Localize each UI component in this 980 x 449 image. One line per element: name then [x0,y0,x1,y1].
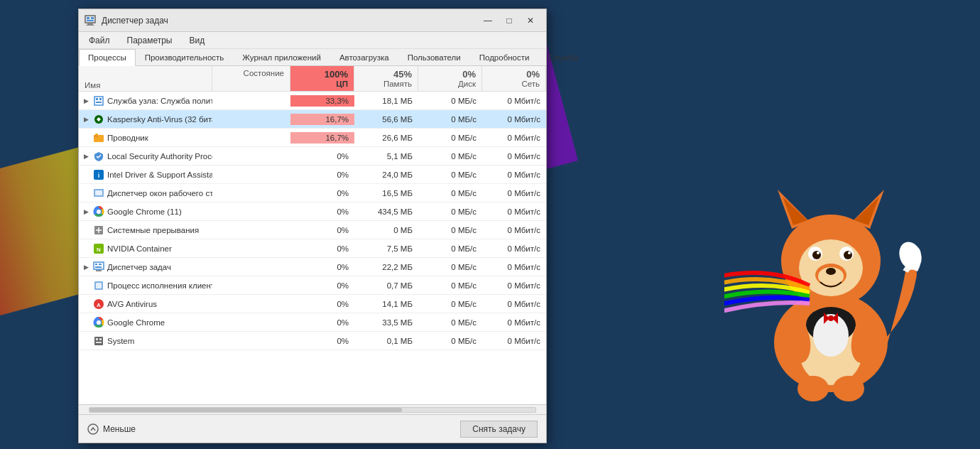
process-name: Процесс исполнения клиент-... [79,278,212,293]
process-disk: 0 МБ/с [418,132,482,144]
tab-details[interactable]: Подробности [470,49,539,66]
expand-icon [82,244,90,253]
table-header: Имя Состояние 100% ЦП 45% Память 0% Диск… [79,66,546,92]
expand-icon[interactable]: ▶ [82,115,90,124]
process-disk: 0 МБ/с [418,298,482,310]
table-row[interactable]: ▶ Служба узла: Служба политик... 33,3% 1… [79,92,546,110]
process-status [212,155,290,158]
tab-performance[interactable]: Производительность [136,49,234,66]
expand-icon[interactable]: ▶ [82,263,90,271]
table-row[interactable]: A AVG Antivirus 0% 14,1 МБ 0 МБ/с 0 Мбит… [79,295,546,313]
process-network: 0 Мбит/с [482,335,546,347]
tab-startup[interactable]: Автозагрузка [330,49,398,66]
expand-icon[interactable]: ▶ [82,152,90,161]
process-cpu: 0% [290,317,354,328]
expand-icon [82,300,90,308]
h-scrollbar[interactable] [79,404,546,414]
col-name[interactable]: Имя [79,66,212,91]
expand-icon[interactable]: ▶ [82,207,90,216]
col-disk[interactable]: 0% Диск [418,66,482,91]
process-memory: 22,2 МБ [354,261,418,273]
process-cpu: 16,7% [290,132,354,144]
expand-icon[interactable]: ▶ [82,97,90,105]
task-manager-window: Диспетчер задач — □ ✕ Файл Параметры Вид… [78,9,547,443]
menu-view[interactable]: Вид [185,34,209,47]
process-status [212,303,290,305]
tab-app-history[interactable]: Журнал приложений [233,49,330,66]
process-name: Проводник [79,131,212,145]
process-memory: 0,1 МБ [354,335,418,347]
svg-point-62 [97,320,101,325]
process-disk: 0 МБ/с [418,95,482,107]
process-network: 0 Мбит/с [482,188,546,199]
expand-icon [82,337,90,345]
process-disk: 0 МБ/с [418,243,482,254]
menu-file[interactable]: Файл [85,34,114,47]
table-row[interactable]: i Intel Driver & Support Assistant ... 0… [79,166,546,184]
table-row[interactable]: ▶ Local Security Authority Process... 0%… [79,147,546,166]
table-row[interactable]: ▶ Google Chrome (11) 0% 434,5 МБ 0 МБ/с … [79,202,546,221]
table-row[interactable]: Google Chrome 0% 33,5 МБ 0 МБ/с 0 Мбит/с [79,313,546,332]
process-disk: 0 МБ/с [418,188,482,199]
menu-options[interactable]: Параметры [123,34,177,47]
process-cpu: 0% [290,169,354,180]
process-status [212,173,290,176]
process-name: N NVIDIA Container [79,242,212,256]
col-status[interactable]: Состояние [212,66,290,91]
process-name: ▶ Kaspersky Anti-Virus (32 бита) [79,112,212,126]
svg-point-11 [844,251,852,259]
process-cpu: 0% [290,243,354,254]
expand-icon [82,189,90,198]
process-name: i Intel Driver & Support Assistant ... [79,168,212,182]
less-button[interactable]: Меньше [87,423,136,435]
process-cpu: 33,3% [290,95,354,107]
table-row[interactable]: ▶ Диспетчер задач 0% 22,2 МБ 0 МБ/с 0 Мб… [79,258,546,276]
process-cpu: 0% [290,261,354,273]
process-memory: 56,6 МБ [354,114,418,125]
process-name: Системные прерывания [79,223,212,237]
table-row[interactable]: ▶ Kaspersky Anti-Virus (32 бита) 16,7% 5… [79,110,546,129]
svg-point-12 [817,251,820,254]
process-cpu: 0% [290,224,354,236]
process-name: System [79,334,212,348]
process-network: 0 Мбит/с [482,132,546,144]
process-icon [93,261,104,273]
svg-rect-35 [99,98,102,100]
table-row[interactable]: Проводник 16,7% 26,6 МБ 0 МБ/с 0 Мбит/с [79,129,546,147]
process-network: 0 Мбит/с [482,224,546,236]
table-row[interactable]: Системные прерывания 0% 0 МБ 0 МБ/с 0 Мб… [79,221,546,239]
col-memory[interactable]: 45% Память [354,66,418,91]
svg-point-16 [826,268,836,275]
svg-rect-66 [96,342,102,343]
process-cpu: 0% [290,280,354,291]
process-icon [93,224,104,236]
tab-users[interactable]: Пользователи [398,49,470,66]
col-network[interactable]: 0% Сеть [482,66,546,91]
maximize-button[interactable]: □ [499,12,519,29]
table-row[interactable]: Процесс исполнения клиент-... 0% 0,7 МБ … [79,276,546,295]
process-name: ▶ Google Chrome (11) [79,205,212,219]
process-status [212,229,290,232]
minimize-button[interactable]: — [478,12,498,29]
process-network: 0 Мбит/с [482,261,546,273]
process-network: 0 Мбит/с [482,169,546,180]
process-name: ▶ Local Security Authority Process... [79,149,212,163]
end-task-button[interactable]: Снять задачу [460,421,538,438]
table-row[interactable]: System 0% 0,1 МБ 0 МБ/с 0 Мбит/с [79,332,546,350]
svg-rect-58 [96,283,102,288]
col-cpu[interactable]: 100% ЦП [290,66,354,91]
svg-point-46 [97,210,101,214]
process-status [212,136,290,139]
svg-rect-36 [96,102,102,103]
tab-processes[interactable]: Процессы [79,49,136,66]
svg-rect-64 [96,338,98,340]
process-memory: 0 МБ [354,224,418,236]
table-row[interactable]: N NVIDIA Container 0% 7,5 МБ 0 МБ/с 0 Мб… [79,239,546,258]
process-disk: 0 МБ/с [418,169,482,180]
tab-services[interactable]: Службы [538,49,588,66]
table-row[interactable]: Диспетчер окон рабочего стола 0% 16,5 МБ… [79,184,546,202]
title-bar: Диспетчер задач — □ ✕ [79,9,546,32]
process-cpu: 0% [290,151,354,162]
process-disk: 0 МБ/с [418,114,482,125]
close-button[interactable]: ✕ [521,12,540,29]
